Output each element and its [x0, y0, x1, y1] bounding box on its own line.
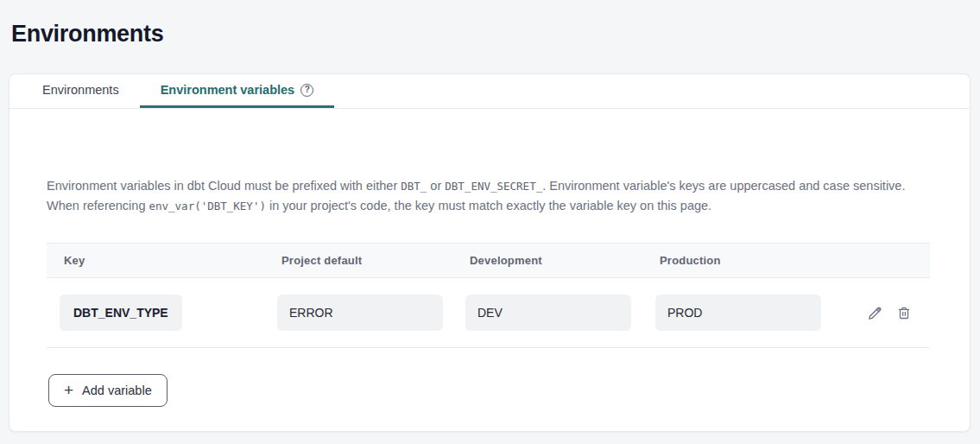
- plus-icon: +: [64, 382, 73, 398]
- development-cell: DEV: [465, 295, 655, 331]
- description-seg1: Environment variables in dbt Cloud must …: [47, 179, 401, 193]
- row-actions: [867, 305, 931, 321]
- tab-bar: Environments Environment variables ?: [9, 74, 970, 109]
- code-dbt-prefix: DBT_: [401, 180, 427, 193]
- project-default-value[interactable]: ERROR: [277, 295, 443, 331]
- help-circle-icon[interactable]: ?: [300, 84, 313, 97]
- add-variable-label: Add variable: [82, 384, 152, 397]
- tab-environments-label: Environments: [42, 83, 119, 97]
- column-header-production: Production: [655, 254, 867, 267]
- environment-variables-card: Environments Environment variables ? Env…: [9, 73, 971, 432]
- variable-key-value: DBT_ENV_TYPE: [60, 295, 182, 331]
- project-default-cell: ERROR: [277, 295, 465, 331]
- production-value[interactable]: PROD: [655, 295, 821, 331]
- table-header-row: Key Project default Development Producti…: [47, 243, 930, 278]
- trash-icon: [896, 305, 912, 321]
- tab-panel-content: Environment variables in dbt Cloud must …: [9, 109, 970, 407]
- key-cell: DBT_ENV_TYPE: [47, 295, 277, 331]
- description-seg2: or: [427, 179, 445, 193]
- tab-environments[interactable]: Environments: [22, 74, 140, 108]
- description-text: Environment variables in dbt Cloud must …: [47, 176, 930, 216]
- column-header-project-default: Project default: [277, 254, 465, 267]
- development-value[interactable]: DEV: [465, 295, 631, 331]
- production-cell: PROD: [655, 295, 867, 331]
- page-title: Environments: [11, 21, 163, 48]
- tab-environment-variables[interactable]: Environment variables ?: [140, 74, 335, 108]
- environment-variables-table: Key Project default Development Producti…: [47, 243, 930, 348]
- edit-variable-button[interactable]: [867, 305, 883, 321]
- add-variable-button[interactable]: + Add variable: [48, 374, 168, 407]
- code-env-var-example: env_var('DBT_KEY'): [149, 200, 265, 212]
- code-dbt-env-secret-prefix: DBT_ENV_SECRET_: [445, 180, 542, 193]
- column-header-development: Development: [465, 254, 655, 267]
- column-header-key: Key: [47, 254, 277, 267]
- delete-variable-button[interactable]: [896, 305, 912, 321]
- description-seg4: in your project's code, the key must mat…: [266, 199, 711, 212]
- tab-environment-variables-label: Environment variables: [161, 83, 295, 97]
- table-row: DBT_ENV_TYPE ERROR DEV PROD: [47, 278, 930, 348]
- pencil-icon: [867, 305, 883, 321]
